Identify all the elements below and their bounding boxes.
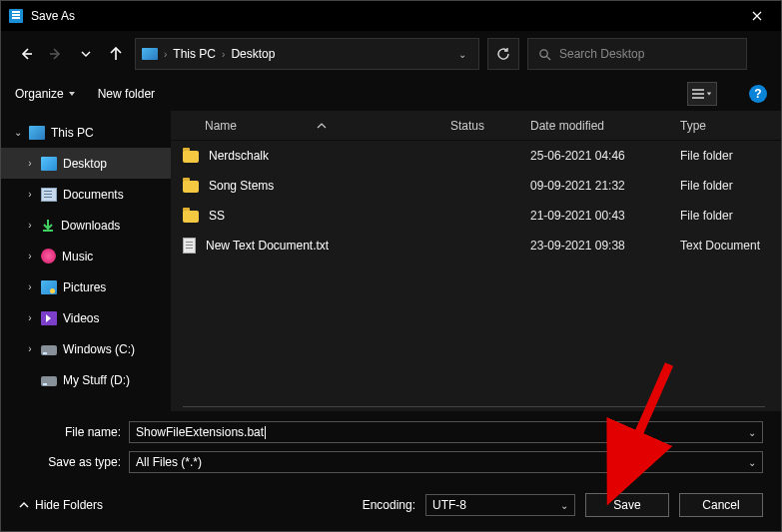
save-as-dialog: Save As › This PC › Desktop ⌄: [0, 0, 782, 532]
forward-button[interactable]: [45, 43, 67, 65]
tree-this-pc[interactable]: ⌄ This PC: [1, 117, 171, 148]
back-button[interactable]: [15, 43, 37, 65]
refresh-icon: [496, 47, 510, 61]
breadcrumb-root[interactable]: This PC: [173, 47, 216, 61]
chevron-down-icon[interactable]: ⌄: [458, 49, 466, 60]
text-file-icon: [183, 238, 196, 254]
arrow-up-icon: [109, 47, 123, 61]
up-button[interactable]: [105, 43, 127, 65]
chevron-right-icon[interactable]: ›: [25, 158, 35, 169]
chevron-up-icon: [19, 500, 29, 510]
pc-icon: [29, 126, 45, 140]
caret-down-icon: [706, 91, 712, 97]
save-button[interactable]: Save: [585, 493, 669, 517]
chevron-down-icon[interactable]: ⌄: [748, 427, 756, 438]
chevron-down-icon[interactable]: ⌄: [13, 127, 23, 138]
tree-drive-d[interactable]: › My Stuff (D:): [1, 364, 171, 395]
chevron-right-icon[interactable]: ›: [25, 220, 35, 231]
breadcrumb-current[interactable]: Desktop: [231, 47, 275, 61]
tree-drive-c[interactable]: › Windows (C:): [1, 333, 171, 364]
close-icon: [752, 11, 762, 21]
recent-button[interactable]: [75, 43, 97, 65]
chevron-right-icon[interactable]: ›: [25, 312, 35, 323]
file-row[interactable]: Song Stems 09-09-2021 21:32 File folder: [171, 171, 781, 201]
filetype-select[interactable]: All Files (*.*) ⌄: [129, 451, 763, 473]
file-list: Name Status Date modified Type Nerdschal…: [171, 111, 781, 411]
col-status[interactable]: Status: [450, 119, 530, 133]
close-button[interactable]: [734, 1, 779, 31]
encoding-select[interactable]: UTF-8 ⌄: [425, 494, 575, 516]
chevron-right-icon[interactable]: ›: [25, 281, 35, 292]
search-box[interactable]: Search Desktop: [527, 38, 747, 70]
videos-icon: [41, 311, 57, 325]
tree-pictures[interactable]: › Pictures: [1, 271, 171, 302]
tree-downloads[interactable]: › Downloads: [1, 210, 171, 241]
chevron-right-icon[interactable]: ›: [25, 189, 35, 200]
tree-music[interactable]: › Music: [1, 241, 171, 271]
form-area: File name: ShowFileExtensions.bat ⌄ Save…: [1, 411, 781, 485]
organize-menu[interactable]: Organize: [15, 87, 76, 101]
chevron-right-icon: ›: [222, 49, 225, 60]
footer: Hide Folders Encoding: UTF-8 ⌄ Save Canc…: [1, 485, 781, 531]
drive-icon: [41, 376, 57, 386]
list-icon: [692, 89, 704, 99]
chevron-right-icon[interactable]: ›: [25, 343, 35, 354]
encoding-label: Encoding:: [363, 498, 415, 512]
music-icon: [41, 249, 56, 264]
toolbar: Organize New folder ?: [1, 77, 781, 111]
search-placeholder: Search Desktop: [559, 47, 644, 61]
tree-desktop[interactable]: › Desktop: [1, 148, 171, 179]
pc-icon: [142, 48, 158, 60]
pictures-icon: [41, 280, 57, 294]
tree-documents[interactable]: › Documents: [1, 179, 171, 210]
chevron-right-icon: ›: [164, 49, 167, 60]
chevron-right-icon[interactable]: ›: [25, 251, 35, 262]
caret-down-icon: [68, 90, 76, 98]
filetype-label: Save as type:: [19, 455, 129, 469]
help-button[interactable]: ?: [749, 85, 767, 103]
folder-icon: [183, 181, 199, 193]
app-icon: [9, 9, 23, 23]
column-headers: Name Status Date modified Type: [171, 111, 781, 141]
filename-label: File name:: [19, 425, 129, 439]
folder-icon: [183, 151, 199, 163]
nav-bar: › This PC › Desktop ⌄ Search Desktop: [1, 31, 781, 77]
folder-icon: [183, 211, 199, 223]
cancel-button[interactable]: Cancel: [679, 493, 763, 517]
new-folder-button[interactable]: New folder: [98, 87, 155, 101]
chevron-down-icon[interactable]: ⌄: [748, 457, 756, 468]
title-bar: Save As: [1, 1, 781, 31]
tree-videos[interactable]: › Videos: [1, 302, 171, 333]
chevron-down-icon: [81, 49, 91, 59]
arrow-right-icon: [49, 47, 63, 61]
file-row[interactable]: New Text Document.txt 23-09-2021 09:38 T…: [171, 231, 781, 261]
downloads-icon: [41, 219, 55, 233]
desktop-icon: [41, 157, 57, 171]
svg-point-0: [540, 49, 547, 56]
arrow-left-icon: [19, 47, 33, 61]
refresh-button[interactable]: [487, 38, 519, 70]
divider: [183, 406, 765, 407]
hide-folders-button[interactable]: Hide Folders: [19, 498, 103, 512]
filename-input[interactable]: ShowFileExtensions.bat ⌄: [129, 421, 763, 443]
col-date[interactable]: Date modified: [530, 119, 680, 133]
col-name[interactable]: Name: [171, 119, 450, 133]
chevron-down-icon[interactable]: ⌄: [560, 500, 568, 511]
sidebar: ⌄ This PC › Desktop › Documents › Downlo…: [1, 111, 171, 411]
col-type[interactable]: Type: [680, 119, 781, 133]
file-row[interactable]: Nerdschalk 25-06-2021 04:46 File folder: [171, 141, 781, 171]
documents-icon: [41, 188, 57, 202]
drive-icon: [41, 345, 57, 355]
address-bar[interactable]: › This PC › Desktop ⌄: [135, 38, 479, 70]
view-options-button[interactable]: [687, 82, 717, 106]
window-title: Save As: [31, 9, 734, 23]
sort-asc-icon: [317, 123, 327, 129]
file-row[interactable]: SS 21-09-2021 00:43 File folder: [171, 201, 781, 231]
search-icon: [538, 48, 551, 61]
